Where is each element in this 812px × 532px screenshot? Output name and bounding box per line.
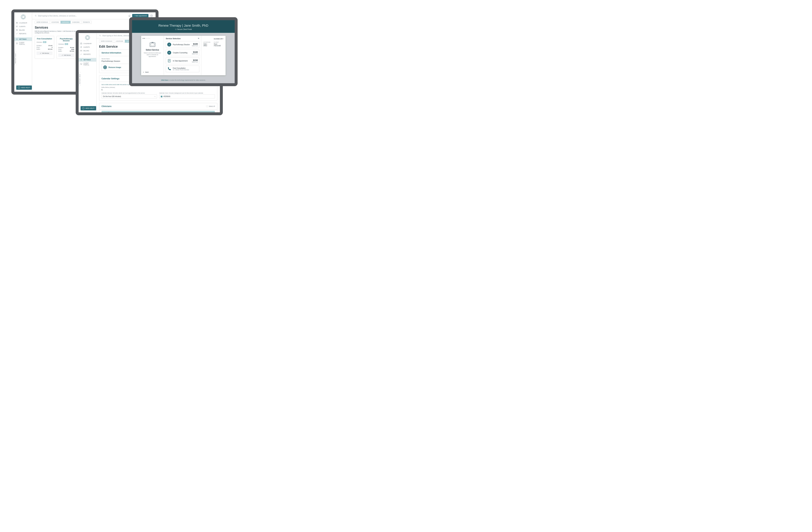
tab-work-schedule[interactable]: WORK SCHEDULE	[35, 21, 50, 24]
sidebar: CALENDAR CLIENTS BILLING REPORTS SETTING…	[78, 33, 97, 112]
pencil-icon	[40, 53, 41, 54]
report-bug-tab[interactable]: REPORT BUG	[78, 72, 81, 86]
nav-clients[interactable]: CLIENTS	[14, 25, 32, 28]
service-name: Psychotherapy Session	[173, 44, 190, 45]
tab-work-schedule[interactable]: WORK SCHEDULE	[99, 40, 114, 43]
bell-icon[interactable]	[128, 15, 131, 17]
nav-client-portal[interactable]: CLIENT PORTAL	[14, 41, 32, 46]
service-name: Free Consultation	[173, 67, 198, 69]
nav-settings[interactable]: SETTINGS	[14, 37, 32, 41]
section-header: Clinicians	[102, 105, 112, 108]
calendar-icon	[16, 22, 18, 24]
back-link[interactable]: Back	[143, 71, 162, 73]
settings-subtabs: WORK SCHEDULE LOCATIONS SERVICES CLINICI…	[35, 20, 91, 24]
summary-location-label: LOCATION	[203, 42, 211, 43]
service-card-title: Psychotherapy Session	[58, 38, 74, 42]
tab-clinicians[interactable]: CLINICIANS	[71, 21, 81, 24]
nav-client-portal[interactable]: CLIENT PORTAL	[78, 61, 96, 67]
duration-value: 15 min	[48, 45, 53, 46]
nav-reports[interactable]: REPORTS	[14, 32, 32, 36]
buffer-value: 0/0 min	[48, 48, 53, 50]
summary-location-value: Video Office	[203, 43, 211, 46]
click-here-link[interactable]: Click here	[161, 79, 168, 81]
tab-services[interactable]: SERVICES	[61, 21, 71, 24]
summary-client-label: CLIENT	[214, 42, 223, 43]
nav-calendar[interactable]: CALENDAR	[78, 42, 96, 45]
service-option[interactable]: In-Take Appointment $150Starts From	[166, 57, 199, 64]
service-subtitle: 15 - Minute Phone Interview	[173, 69, 198, 71]
billing-icon	[80, 50, 82, 52]
clinician-avatars	[43, 41, 47, 43]
buffer-before-value[interactable]: 5	[102, 89, 215, 91]
clinicians-section: Clinicians Select All ✓ Jane Smith 2/3 L…	[99, 103, 217, 112]
color-label: Calendar Color: Choose a background colo…	[159, 92, 215, 94]
color-input[interactable]: #5D9EA5	[159, 95, 215, 98]
pencil-icon	[62, 54, 63, 56]
clinician-avatar	[107, 112, 110, 112]
summary-header: SUMMARY	[203, 38, 223, 40]
svg-point-17	[169, 52, 169, 53]
need-help-button[interactable]: NEED HELP?	[16, 85, 32, 90]
service-option[interactable]: Couples Counseling $100Starts From	[166, 49, 199, 56]
search-icon	[35, 15, 37, 17]
edit-service-button[interactable]: Edit Service	[58, 54, 74, 57]
duration-label: Duration:	[37, 45, 42, 46]
edit-service-button[interactable]: Edit Service	[37, 52, 53, 55]
report-bug-tab[interactable]: REPORT BUG	[14, 52, 17, 65]
service-option[interactable]: Free Consultation15 - Minute Phone Inter…	[166, 66, 199, 72]
tab-locations[interactable]: LOCATIONS	[114, 40, 125, 43]
svg-point-2	[17, 26, 17, 27]
monitor-icon	[80, 63, 82, 65]
reports-icon	[80, 53, 82, 55]
gear-icon	[80, 59, 82, 61]
app-logo	[85, 35, 90, 40]
need-help-button[interactable]: NEED HELP?	[81, 106, 96, 110]
arrow-left-icon	[143, 71, 144, 73]
billing-icon	[16, 29, 18, 31]
search-placeholder: Start typing to find clients, clinicians…	[38, 15, 77, 17]
portal-footer: Click here to review the technology requ…	[132, 79, 235, 81]
calendar-icon	[80, 43, 82, 44]
clinicians-label: Clinicians:	[37, 41, 42, 43]
nav-settings[interactable]: SETTINGS	[78, 58, 96, 61]
svg-rect-3	[16, 30, 18, 30]
portal-header: Renew Therapy | Jane Smith, PhD Secure C…	[132, 20, 235, 33]
starts-from: Starts From	[192, 53, 198, 54]
search-icon	[99, 34, 101, 37]
summary-client-value: Ryan FitzGerald	[214, 43, 223, 46]
select-all-checkbox[interactable]: Select All	[206, 106, 215, 107]
price-label: Price:	[58, 48, 61, 50]
remove-image-label: Remove Image	[108, 66, 121, 68]
footer-text: to review the technology requirements fo…	[168, 79, 206, 81]
nav-reports[interactable]: REPORTS	[78, 53, 96, 56]
interval-select[interactable]: On the hour (60 minutes)	[102, 95, 157, 98]
interval-label: Calendar Intervals: Set when clients can…	[102, 92, 157, 94]
buffer-label: Buffer:	[58, 51, 62, 52]
search-input[interactable]: Start typing to find clients, clinicians…	[35, 15, 127, 17]
service-card-title: Free Consultation	[37, 38, 53, 40]
clinician-avatars	[65, 43, 68, 45]
id-card-icon	[150, 43, 155, 47]
clinician-row[interactable]: ✓ Jane Smith 2/3 Locations Selected Cust…	[102, 111, 215, 112]
nav-clients[interactable]: CLIENTS	[78, 45, 96, 49]
people-icon	[167, 51, 171, 55]
user-avatar[interactable]	[150, 14, 153, 17]
close-button[interactable]: ✕	[198, 37, 199, 40]
service-option[interactable]: Psychotherapy Session $100Starts From	[166, 41, 199, 48]
nav-calendar[interactable]: CALENDAR	[14, 21, 32, 25]
new-appointment-button[interactable]: +New Appointment	[132, 14, 148, 17]
tab-payments[interactable]: PAYMENTS	[81, 21, 91, 24]
plus-icon: +	[134, 15, 135, 17]
nav-billing[interactable]: BILLING	[14, 28, 32, 32]
buffer-label: Buffer:	[37, 48, 40, 50]
nav-billing[interactable]: BILLING	[78, 49, 96, 53]
svg-point-1	[16, 26, 17, 27]
gear-icon	[16, 38, 18, 40]
tab-locations[interactable]: LOCATIONS	[50, 21, 61, 24]
reports-icon	[16, 33, 18, 34]
buffer-before-label: Buffer Before (minutes)	[102, 87, 215, 88]
portal-body: Select Service Select a service for whic…	[132, 33, 235, 83]
duration-value: 50 min	[70, 47, 74, 48]
app-logo	[21, 15, 26, 19]
price-value: $100	[71, 48, 74, 50]
